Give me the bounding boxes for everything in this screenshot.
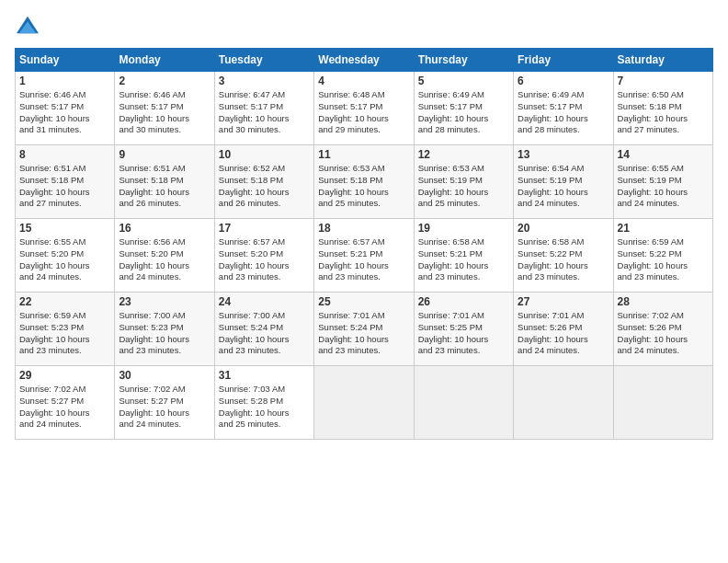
- calendar-table: SundayMondayTuesdayWednesdayThursdayFrid…: [15, 48, 713, 440]
- calendar-cell: 1Sunrise: 6:46 AM Sunset: 5:17 PM Daylig…: [16, 72, 115, 145]
- day-number: 10: [219, 148, 310, 161]
- day-number: 9: [119, 148, 210, 161]
- day-info: Sunrise: 6:56 AM Sunset: 5:20 PM Dayligh…: [119, 236, 210, 283]
- day-number: 23: [119, 295, 210, 308]
- header-cell-tuesday: Tuesday: [214, 49, 313, 72]
- calendar-cell: [414, 366, 513, 440]
- day-number: 8: [19, 148, 110, 161]
- day-info: Sunrise: 6:59 AM Sunset: 5:23 PM Dayligh…: [19, 310, 110, 357]
- calendar-cell: [314, 366, 414, 440]
- header-cell-saturday: Saturday: [613, 49, 712, 72]
- day-number: 19: [418, 222, 509, 235]
- day-number: 4: [318, 75, 409, 87]
- day-info: Sunrise: 6:59 AM Sunset: 5:22 PM Dayligh…: [618, 236, 709, 283]
- calendar-cell: 27Sunrise: 7:01 AM Sunset: 5:26 PM Dayli…: [514, 293, 613, 366]
- calendar-cell: 28Sunrise: 7:02 AM Sunset: 5:26 PM Dayli…: [613, 293, 712, 366]
- day-number: 17: [219, 222, 310, 235]
- calendar-cell: 25Sunrise: 7:01 AM Sunset: 5:24 PM Dayli…: [314, 293, 414, 366]
- day-number: 16: [119, 222, 210, 235]
- day-info: Sunrise: 6:51 AM Sunset: 5:18 PM Dayligh…: [119, 163, 210, 210]
- calendar-cell: 23Sunrise: 7:00 AM Sunset: 5:23 PM Dayli…: [115, 293, 214, 366]
- calendar-cell: 2Sunrise: 6:46 AM Sunset: 5:17 PM Daylig…: [115, 72, 214, 145]
- day-number: 3: [219, 75, 310, 87]
- header-cell-wednesday: Wednesday: [314, 49, 414, 72]
- day-number: 18: [318, 222, 409, 235]
- calendar-cell: 31Sunrise: 7:03 AM Sunset: 5:28 PM Dayli…: [214, 366, 313, 440]
- day-number: 2: [119, 75, 210, 87]
- day-number: 29: [19, 369, 110, 382]
- page-header: [15, 15, 713, 37]
- day-number: 30: [119, 369, 210, 382]
- day-info: Sunrise: 6:52 AM Sunset: 5:18 PM Dayligh…: [219, 163, 310, 210]
- day-info: Sunrise: 6:48 AM Sunset: 5:17 PM Dayligh…: [318, 89, 409, 136]
- week-row-3: 15Sunrise: 6:55 AM Sunset: 5:20 PM Dayli…: [16, 219, 713, 293]
- day-info: Sunrise: 7:03 AM Sunset: 5:28 PM Dayligh…: [219, 384, 310, 431]
- day-number: 1: [19, 75, 110, 87]
- day-info: Sunrise: 7:02 AM Sunset: 5:27 PM Dayligh…: [19, 384, 110, 431]
- week-row-1: 1Sunrise: 6:46 AM Sunset: 5:17 PM Daylig…: [16, 72, 713, 145]
- page-container: SundayMondayTuesdayWednesdayThursdayFrid…: [0, 0, 728, 447]
- day-info: Sunrise: 6:53 AM Sunset: 5:18 PM Dayligh…: [318, 163, 409, 210]
- header-cell-thursday: Thursday: [414, 49, 513, 72]
- calendar-cell: 16Sunrise: 6:56 AM Sunset: 5:20 PM Dayli…: [115, 219, 214, 293]
- calendar-cell: 6Sunrise: 6:49 AM Sunset: 5:17 PM Daylig…: [514, 72, 613, 145]
- calendar-cell: 19Sunrise: 6:58 AM Sunset: 5:21 PM Dayli…: [414, 219, 513, 293]
- calendar-cell: 26Sunrise: 7:01 AM Sunset: 5:25 PM Dayli…: [414, 293, 513, 366]
- header-cell-monday: Monday: [115, 49, 214, 72]
- calendar-cell: 12Sunrise: 6:53 AM Sunset: 5:19 PM Dayli…: [414, 145, 513, 219]
- day-info: Sunrise: 6:57 AM Sunset: 5:20 PM Dayligh…: [219, 236, 310, 283]
- day-number: 26: [418, 295, 509, 308]
- calendar-cell: 9Sunrise: 6:51 AM Sunset: 5:18 PM Daylig…: [115, 145, 214, 219]
- day-info: Sunrise: 7:01 AM Sunset: 5:26 PM Dayligh…: [518, 310, 609, 357]
- day-info: Sunrise: 7:02 AM Sunset: 5:26 PM Dayligh…: [618, 310, 709, 357]
- week-row-5: 29Sunrise: 7:02 AM Sunset: 5:27 PM Dayli…: [16, 366, 713, 440]
- calendar-cell: 17Sunrise: 6:57 AM Sunset: 5:20 PM Dayli…: [214, 219, 313, 293]
- day-info: Sunrise: 6:46 AM Sunset: 5:17 PM Dayligh…: [119, 89, 210, 136]
- day-number: 12: [418, 148, 509, 161]
- calendar-cell: 20Sunrise: 6:58 AM Sunset: 5:22 PM Dayli…: [514, 219, 613, 293]
- calendar-cell: 3Sunrise: 6:47 AM Sunset: 5:17 PM Daylig…: [214, 72, 313, 145]
- day-info: Sunrise: 7:02 AM Sunset: 5:27 PM Dayligh…: [119, 384, 210, 431]
- day-number: 22: [19, 295, 110, 308]
- day-info: Sunrise: 6:58 AM Sunset: 5:21 PM Dayligh…: [418, 236, 509, 283]
- day-info: Sunrise: 7:01 AM Sunset: 5:24 PM Dayligh…: [318, 310, 409, 357]
- day-number: 15: [19, 222, 110, 235]
- calendar-cell: 21Sunrise: 6:59 AM Sunset: 5:22 PM Dayli…: [613, 219, 712, 293]
- day-info: Sunrise: 7:01 AM Sunset: 5:25 PM Dayligh…: [418, 310, 509, 357]
- day-number: 14: [618, 148, 709, 161]
- day-info: Sunrise: 6:46 AM Sunset: 5:17 PM Dayligh…: [19, 89, 110, 136]
- day-number: 13: [518, 148, 609, 161]
- day-info: Sunrise: 6:55 AM Sunset: 5:20 PM Dayligh…: [19, 236, 110, 283]
- calendar-cell: 29Sunrise: 7:02 AM Sunset: 5:27 PM Dayli…: [16, 366, 115, 440]
- day-info: Sunrise: 6:51 AM Sunset: 5:18 PM Dayligh…: [19, 163, 110, 210]
- logo: [15, 15, 44, 37]
- day-info: Sunrise: 7:00 AM Sunset: 5:23 PM Dayligh…: [119, 310, 210, 357]
- logo-icon: [15, 15, 40, 37]
- day-number: 7: [618, 75, 709, 87]
- day-number: 11: [318, 148, 409, 161]
- day-info: Sunrise: 6:47 AM Sunset: 5:17 PM Dayligh…: [219, 89, 310, 136]
- week-row-4: 22Sunrise: 6:59 AM Sunset: 5:23 PM Dayli…: [16, 293, 713, 366]
- day-info: Sunrise: 7:00 AM Sunset: 5:24 PM Dayligh…: [219, 310, 310, 357]
- calendar-cell: 11Sunrise: 6:53 AM Sunset: 5:18 PM Dayli…: [314, 145, 414, 219]
- header-cell-friday: Friday: [514, 49, 613, 72]
- day-number: 25: [318, 295, 409, 308]
- day-number: 21: [618, 222, 709, 235]
- header-cell-sunday: Sunday: [16, 49, 115, 72]
- calendar-cell: 13Sunrise: 6:54 AM Sunset: 5:19 PM Dayli…: [514, 145, 613, 219]
- calendar-cell: 15Sunrise: 6:55 AM Sunset: 5:20 PM Dayli…: [16, 219, 115, 293]
- calendar-cell: 18Sunrise: 6:57 AM Sunset: 5:21 PM Dayli…: [314, 219, 414, 293]
- day-number: 5: [418, 75, 509, 87]
- calendar-cell: 10Sunrise: 6:52 AM Sunset: 5:18 PM Dayli…: [214, 145, 313, 219]
- day-number: 20: [518, 222, 609, 235]
- calendar-cell: 5Sunrise: 6:49 AM Sunset: 5:17 PM Daylig…: [414, 72, 513, 145]
- day-info: Sunrise: 6:58 AM Sunset: 5:22 PM Dayligh…: [518, 236, 609, 283]
- day-info: Sunrise: 6:49 AM Sunset: 5:17 PM Dayligh…: [518, 89, 609, 136]
- day-number: 24: [219, 295, 310, 308]
- week-row-2: 8Sunrise: 6:51 AM Sunset: 5:18 PM Daylig…: [16, 145, 713, 219]
- calendar-cell: [514, 366, 613, 440]
- header-row: SundayMondayTuesdayWednesdayThursdayFrid…: [16, 49, 713, 72]
- calendar-cell: 30Sunrise: 7:02 AM Sunset: 5:27 PM Dayli…: [115, 366, 214, 440]
- day-info: Sunrise: 6:53 AM Sunset: 5:19 PM Dayligh…: [418, 163, 509, 210]
- calendar-cell: 8Sunrise: 6:51 AM Sunset: 5:18 PM Daylig…: [16, 145, 115, 219]
